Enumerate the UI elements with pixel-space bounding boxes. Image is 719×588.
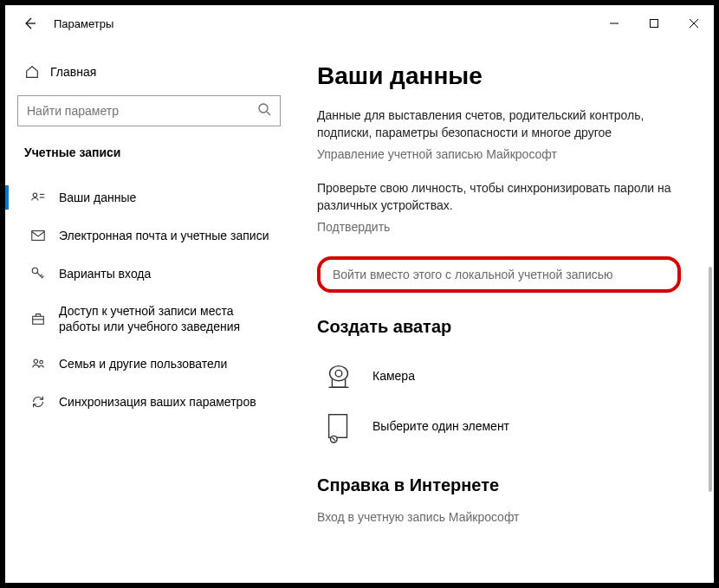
- sidebar-item-label: Варианты входа: [59, 266, 151, 281]
- sidebar-item-work-school[interactable]: Доступ к учетной записи места работы или…: [17, 293, 281, 345]
- sidebar-item-signin-options[interactable]: Варианты входа: [17, 255, 281, 293]
- search-icon: [257, 102, 271, 120]
- avatar-camera-label: Камера: [372, 369, 415, 383]
- svg-point-6: [33, 193, 37, 197]
- svg-point-15: [330, 366, 348, 381]
- svg-line-5: [267, 112, 270, 115]
- people-icon: [29, 355, 47, 372]
- svg-rect-18: [329, 415, 347, 438]
- browse-icon: [321, 408, 357, 444]
- signin-local-link[interactable]: Войти вместо этого с локальной учетной з…: [333, 268, 613, 281]
- back-button[interactable]: [17, 11, 42, 36]
- briefcase-icon: [29, 310, 47, 327]
- key-icon: [29, 265, 47, 282]
- scrollbar-thumb[interactable]: [709, 267, 712, 492]
- svg-point-4: [259, 104, 268, 113]
- app-title: Параметры: [54, 17, 113, 30]
- sidebar-item-sync[interactable]: Синхронизация ваших параметров: [17, 383, 281, 421]
- svg-point-14: [40, 361, 43, 365]
- svg-point-13: [34, 359, 38, 364]
- minimize-button[interactable]: [594, 5, 634, 42]
- sidebar-home-label: Главная: [50, 65, 96, 79]
- window-controls: [594, 5, 714, 42]
- settings-window: Параметры Главная: [0, 0, 719, 588]
- sidebar-item-label: Ваши данные: [59, 190, 136, 205]
- sidebar-item-family[interactable]: Семья и другие пользователи: [17, 345, 281, 383]
- sidebar-item-label: Электронная почта и учетные записи: [59, 228, 269, 243]
- home-icon: [24, 64, 40, 80]
- sidebar-nav-list: Ваши данные Электронная почта и учетные …: [17, 178, 281, 421]
- svg-rect-9: [32, 231, 44, 241]
- help-heading: Справка в Интернете: [317, 475, 693, 495]
- verify-link[interactable]: Подтвердить: [317, 220, 390, 234]
- person-card-icon: [29, 189, 47, 206]
- highlight-annotation: Войти вместо этого с локальной учетной з…: [317, 256, 681, 293]
- svg-point-10: [32, 268, 37, 273]
- mail-icon: [29, 227, 47, 244]
- search-box[interactable]: [17, 95, 281, 126]
- sidebar-section-header: Учетные записи: [17, 145, 281, 159]
- search-input[interactable]: [27, 104, 235, 118]
- avatar-heading: Создать аватар: [317, 317, 693, 337]
- maximize-button[interactable]: [634, 5, 674, 42]
- sidebar-item-label: Семья и другие пользователи: [59, 356, 227, 372]
- svg-rect-11: [33, 316, 44, 324]
- sidebar-item-email-accounts[interactable]: Электронная почта и учетные записи: [17, 216, 281, 255]
- avatar-browse-option[interactable]: Выберите один элемент: [317, 401, 693, 451]
- sidebar-item-your-info[interactable]: Ваши данные: [17, 178, 281, 216]
- verify-description: Проверьте свою личность, чтобы синхрониз…: [317, 180, 681, 214]
- sidebar-home[interactable]: Главная: [17, 57, 281, 87]
- sidebar: Главная Учетные записи Ваши данные: [5, 42, 293, 583]
- sidebar-item-label: Доступ к учетной записи места работы или…: [59, 303, 274, 334]
- sync-icon: [29, 393, 47, 410]
- help-signin-link[interactable]: Вход в учетную запись Майкрософт: [317, 510, 520, 524]
- titlebar: Параметры: [5, 5, 714, 42]
- billing-description: Данные для выставления счетов, родительс…: [317, 107, 681, 141]
- body: Главная Учетные записи Ваши данные: [5, 42, 714, 583]
- close-button[interactable]: [674, 5, 714, 42]
- main-content: Ваши данные Данные для выставления счето…: [293, 42, 714, 583]
- svg-point-16: [335, 371, 342, 378]
- camera-icon: [321, 358, 357, 394]
- avatar-browse-label: Выберите один элемент: [372, 419, 509, 433]
- avatar-camera-option[interactable]: Камера: [317, 351, 693, 401]
- titlebar-left: Параметры: [9, 11, 113, 36]
- manage-account-link[interactable]: Управление учетной записью Майкрософт: [317, 147, 557, 161]
- svg-rect-1: [651, 20, 658, 28]
- page-title: Ваши данные: [317, 62, 693, 90]
- sidebar-item-label: Синхронизация ваших параметров: [59, 394, 256, 410]
